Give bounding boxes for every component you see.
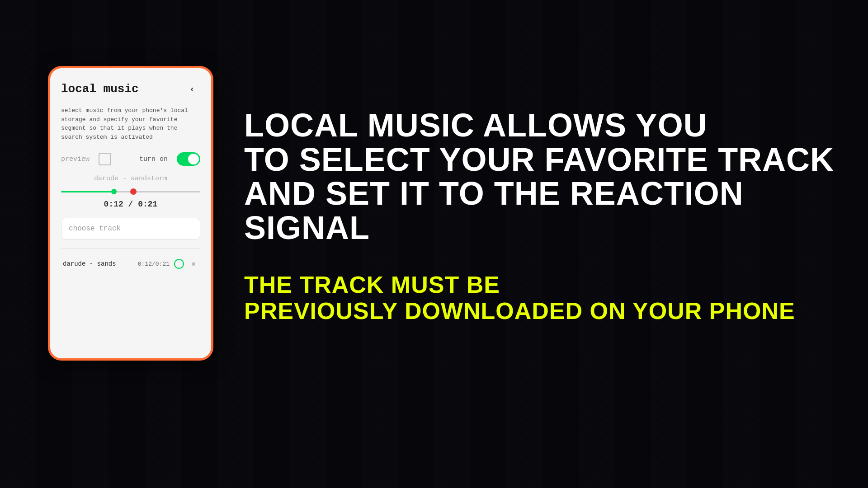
time-total: 0:21 [138,200,157,209]
preview-checkbox[interactable] [99,153,111,165]
divider [61,249,200,249]
track-remove-button[interactable]: ✕ [189,259,198,269]
time-current: 0:12 [104,200,123,209]
controls-row: preview turn on [61,152,200,166]
time-display: 0:12 / 0:21 [61,200,200,209]
page-title: local music [61,82,139,96]
track-row-time: 0:12/0:21 [138,261,170,267]
phone-card: local music ‹ select music from your pho… [49,67,212,360]
audio-slider[interactable] [61,187,200,196]
main-headline: LOCAL MUSIC ALLOWS YOU TO SELECT YOUR FA… [244,108,841,245]
preview-label: preview [61,155,90,163]
choose-track-button[interactable]: choose track [61,218,200,239]
description-text: select music from your phone's local sto… [61,106,200,141]
headline-line3: AND SET IT TO THE REACTION SIGNAL [244,177,841,245]
track-name: darude - sandstorm [61,175,200,183]
sub-line2: PREVIOUSLY DOWNLOADED ON YOUR PHONE [244,298,841,324]
headline-line1: LOCAL MUSIC ALLOWS YOU [244,108,841,143]
track-play-button[interactable] [174,259,184,269]
back-button[interactable]: ‹ [184,81,200,97]
right-content: LOCAL MUSIC ALLOWS YOU TO SELECT YOUR FA… [244,108,841,324]
track-row-name: darude - sands [63,260,133,267]
toggle-switch[interactable] [177,152,200,166]
choose-track-label: choose track [69,225,121,233]
sub-headline: THE TRACK MUST BE PREVIOUSLY DOWNLOADED … [244,272,841,324]
time-separator: / [128,200,138,209]
turn-on-label: turn on [139,155,168,163]
toggle-knob [188,154,199,164]
slider-fill [61,191,114,192]
track-list-item: darude - sands 0:12/0:21 ✕ [61,254,200,273]
phone-header: local music ‹ [61,81,200,97]
sub-line1: THE TRACK MUST BE [244,272,841,298]
slider-start-handle[interactable] [111,189,117,194]
slider-end-handle[interactable] [130,188,137,195]
headline-line2: TO SELECT YOUR FAVORITE TRACK [244,143,841,177]
